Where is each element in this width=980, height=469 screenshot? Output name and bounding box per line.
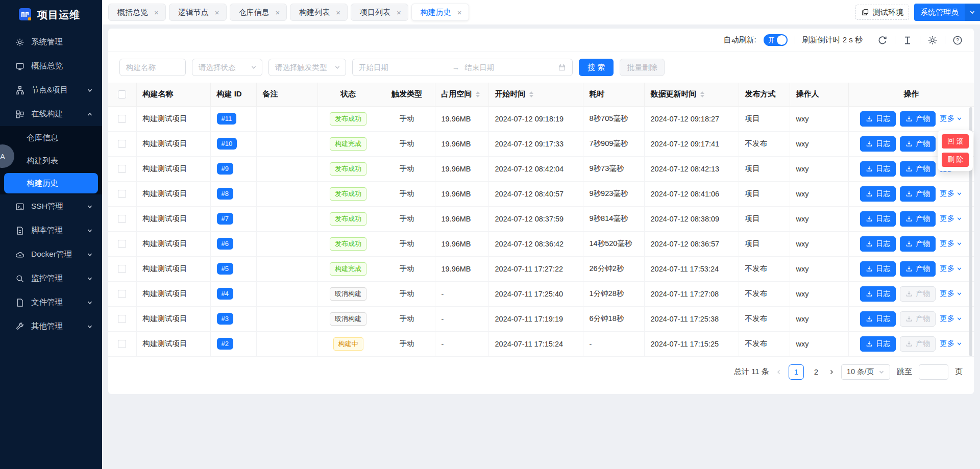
build-id-badge[interactable]: #4 — [217, 288, 233, 300]
cell-build-name: 构建测试项目 — [136, 131, 210, 156]
sidebar-item-docker[interactable]: Docker管理 — [0, 242, 102, 266]
log-button[interactable]: 日志 — [860, 111, 896, 127]
sort-caret[interactable] — [476, 91, 480, 97]
row-checkbox[interactable] — [118, 265, 126, 273]
build-id-badge[interactable]: #10 — [217, 138, 237, 150]
build-id-badge[interactable]: #8 — [217, 188, 233, 200]
build-id-badge[interactable]: #2 — [217, 338, 233, 350]
next-page-button[interactable] — [828, 369, 835, 375]
row-checkbox[interactable] — [118, 290, 126, 298]
page-button-2[interactable]: 2 — [811, 367, 822, 376]
refresh-icon[interactable] — [877, 35, 888, 45]
env-badge[interactable]: 测试环境 — [855, 5, 909, 20]
log-button[interactable]: 日志 — [860, 311, 896, 327]
artifact-button[interactable]: 产物 — [900, 161, 936, 177]
page-button-1[interactable]: 1 — [789, 364, 804, 380]
artifact-button[interactable]: 产物 — [900, 136, 936, 152]
row-checkbox[interactable] — [118, 215, 126, 223]
auto-refresh-toggle[interactable]: 开 — [764, 34, 788, 46]
row-checkbox[interactable] — [118, 165, 126, 173]
close-icon[interactable]: × — [215, 9, 219, 16]
settings-icon[interactable] — [927, 35, 938, 45]
sort-caret[interactable] — [529, 91, 533, 97]
sidebar-item-ssh[interactable]: SSH管理 — [0, 194, 102, 218]
artifact-button[interactable]: 产物 — [900, 261, 936, 277]
row-checkbox[interactable] — [118, 240, 126, 248]
artifact-button[interactable]: 产物 — [900, 111, 936, 127]
log-button[interactable]: 日志 — [860, 286, 896, 302]
tab-build-history[interactable]: 构建历史× — [411, 4, 469, 21]
log-button[interactable]: 日志 — [860, 161, 896, 177]
sidebar-item-system[interactable]: 系统管理 — [0, 30, 102, 54]
sidebar-subitem-build-list[interactable]: 构建列表 — [0, 150, 102, 172]
select-all-checkbox[interactable] — [118, 90, 126, 98]
build-id-badge[interactable]: #5 — [217, 263, 233, 275]
status-select[interactable]: 请选择状态 — [192, 59, 262, 76]
build-id-badge[interactable]: #9 — [217, 163, 233, 175]
tab-project-list[interactable]: 项目列表× — [351, 4, 408, 21]
sidebar-item-other[interactable]: 其他管理 — [0, 314, 102, 338]
prev-page-button[interactable] — [776, 369, 782, 375]
sidebar-item-online-build[interactable]: 在线构建 — [0, 102, 102, 126]
artifact-button[interactable]: 产物 — [900, 311, 936, 327]
more-actions-link[interactable]: 更多 — [940, 339, 962, 349]
user-menu-button[interactable]: 系统管理员 — [914, 4, 980, 21]
sidebar-item-monitor[interactable]: 监控管理 — [0, 266, 102, 290]
sort-caret[interactable] — [700, 91, 704, 97]
sidebar-item-file[interactable]: 文件管理 — [0, 290, 102, 314]
date-range-picker[interactable]: 开始日期 → 结束日期 — [352, 59, 573, 76]
batch-delete-button[interactable]: 批量删除 — [620, 59, 665, 76]
close-icon[interactable]: × — [397, 9, 401, 16]
page-size-select[interactable]: 10 条/页 — [841, 364, 890, 380]
log-button[interactable]: 日志 — [860, 236, 896, 252]
build-name-input[interactable] — [120, 63, 185, 71]
log-button[interactable]: 日志 — [860, 186, 896, 202]
close-icon[interactable]: × — [336, 9, 340, 16]
delete-button[interactable]: 删 除 — [942, 153, 969, 167]
row-checkbox[interactable] — [118, 140, 126, 148]
sidebar-item-overview[interactable]: 概括总览 — [0, 54, 102, 78]
artifact-button[interactable]: 产物 — [900, 236, 936, 252]
more-actions-link[interactable]: 更多 — [940, 114, 962, 124]
log-button[interactable]: 日志 — [860, 211, 896, 227]
more-actions-link[interactable]: 更多 — [940, 239, 962, 249]
build-id-badge[interactable]: #6 — [217, 238, 233, 250]
log-button[interactable]: 日志 — [860, 136, 896, 152]
more-actions-link[interactable]: 更多 — [940, 264, 962, 274]
tab-logic-node[interactable]: 逻辑节点× — [169, 4, 227, 21]
artifact-button[interactable]: 产物 — [900, 336, 936, 352]
row-checkbox[interactable] — [118, 315, 126, 323]
sidebar-item-script[interactable]: 脚本管理 — [0, 218, 102, 242]
row-checkbox[interactable] — [118, 115, 126, 123]
artifact-button[interactable]: 产物 — [900, 186, 936, 202]
close-icon[interactable]: × — [276, 9, 280, 16]
help-icon[interactable]: ? — [952, 35, 963, 45]
rollback-button[interactable]: 回 滚 — [942, 134, 969, 149]
more-actions-link[interactable]: 更多 — [940, 289, 962, 299]
cell-remark — [256, 156, 317, 181]
log-button[interactable]: 日志 — [860, 336, 896, 352]
build-id-badge[interactable]: #7 — [217, 213, 233, 225]
more-actions-link[interactable]: 更多 — [940, 189, 962, 199]
log-button[interactable]: 日志 — [860, 261, 896, 277]
text-cursor-icon[interactable] — [902, 35, 913, 45]
artifact-button[interactable]: 产物 — [900, 211, 936, 227]
close-icon[interactable]: × — [154, 9, 159, 16]
search-button[interactable]: 搜 索 — [579, 59, 614, 76]
jump-page-input[interactable] — [919, 364, 948, 380]
sidebar-item-nodes-projects[interactable]: 节点&项目 — [0, 78, 102, 102]
row-checkbox[interactable] — [118, 340, 126, 348]
more-actions-link[interactable]: 更多 — [940, 314, 962, 324]
row-checkbox[interactable] — [118, 190, 126, 198]
tab-overview[interactable]: 概括总览× — [108, 4, 166, 21]
close-icon[interactable]: × — [457, 9, 462, 16]
build-id-badge[interactable]: #3 — [217, 313, 233, 325]
tab-build-list[interactable]: 构建列表× — [290, 4, 348, 21]
sidebar-subitem-build-history[interactable]: 构建历史 — [4, 173, 98, 193]
artifact-button[interactable]: 产物 — [900, 286, 936, 302]
sidebar-subitem-repo-info[interactable]: 仓库信息 — [0, 127, 102, 150]
tab-repo-info[interactable]: 仓库信息× — [230, 4, 287, 21]
more-actions-link[interactable]: 更多 — [940, 214, 962, 224]
trigger-type-select[interactable]: 请选择触发类型 — [268, 59, 346, 76]
build-id-badge[interactable]: #11 — [217, 113, 237, 125]
